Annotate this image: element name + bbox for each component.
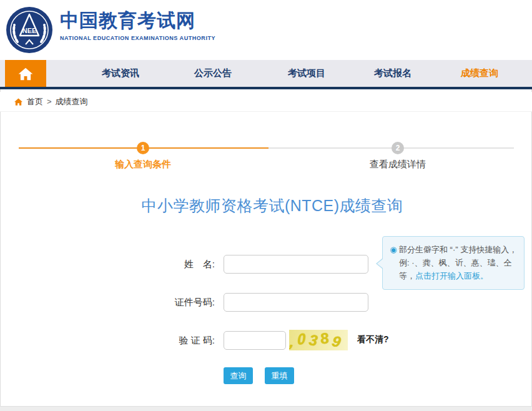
nav-home-button[interactable] [5, 60, 46, 87]
captcha-refresh-link[interactable]: 看不清? [357, 334, 389, 345]
nav-item-exam-programs[interactable]: 考试项目 [288, 60, 325, 87]
query-button[interactable]: 查询 [224, 367, 253, 384]
home-icon [17, 66, 34, 81]
captcha-label: 验 证 码: [159, 331, 215, 350]
site-subtitle: NATIONAL EDUCATION EXAMINATIONS AUTHORIT… [60, 35, 215, 41]
captcha-image[interactable]: , 0 3 8 9 [289, 330, 348, 350]
neea-emblem-icon: NEE [5, 6, 54, 54]
nav-item-score-query[interactable]: 成绩查询 [461, 60, 498, 87]
neea-logo[interactable]: NEE [5, 6, 54, 54]
step1-label: 输入查询条件 [115, 159, 171, 171]
step2-circle: 2 [392, 142, 404, 154]
captcha-digit: 0 [297, 330, 306, 349]
open-input-panel-link[interactable]: 点击打开输入面板。 [415, 271, 488, 280]
id-number-input[interactable] [224, 293, 368, 312]
site-title: 中国教育考试网 [60, 10, 215, 31]
breadcrumb-separator: > [47, 97, 52, 106]
breadcrumb-home-link[interactable]: 首页 [27, 96, 43, 107]
breadcrumb-current: 成绩查询 [56, 96, 88, 107]
breadcrumb: 首页 > 成绩查询 [0, 92, 532, 112]
id-number-label: 证件号码: [159, 293, 215, 312]
site-header: NEE 中国教育考试网 NATIONAL EDUCATION EXAMINATI… [0, 0, 532, 60]
nav-item-exam-registration[interactable]: 考试报名 [374, 60, 411, 87]
site-brand[interactable]: 中国教育考试网 NATIONAL EDUCATION EXAMINATIONS … [60, 10, 215, 41]
breadcrumb-home-icon [14, 97, 23, 106]
step2-label: 查看成绩详情 [370, 159, 426, 171]
main-nav: 考试资讯 公示公告 考试项目 考试报名 成绩查询 [0, 60, 532, 89]
step1-circle: 1 [137, 142, 149, 154]
captcha-digit: 8 [318, 330, 330, 347]
captcha-digit: 3 [308, 331, 318, 350]
footer-strip [0, 406, 532, 411]
page-title: 中小学教师资格考试(NTCE)成绩查询 [0, 196, 532, 216]
score-query-page: NEE 中国教育考试网 NATIONAL EDUCATION EXAMINATI… [0, 0, 532, 411]
nav-item-exam-news[interactable]: 考试资讯 [102, 60, 139, 87]
nav-item-public-notice[interactable]: 公示公告 [194, 60, 232, 87]
rare-character-tooltip: ◉ 部分生僻字和 “·” 支持快捷输入，例: ·、龚、枫、䜣、惪、璶、仝等，点击… [382, 236, 525, 290]
reset-button[interactable]: 重填 [265, 367, 294, 384]
captcha-digit: 9 [330, 332, 342, 350]
name-label: 姓 名: [159, 255, 215, 274]
progress-steps: 1 2 输入查询条件 查看成绩详情 [0, 125, 532, 175]
svg-text:NEE: NEE [22, 27, 37, 34]
name-input[interactable] [224, 255, 368, 274]
tooltip-text: 部分生僻字和 “·” 支持快捷输入，例: ·、龚、枫、䜣、惪、璶、仝等，点击打开… [399, 243, 518, 282]
radio-bullet-icon: ◉ [388, 243, 399, 282]
captcha-noise: , [289, 334, 297, 350]
captcha-input[interactable] [224, 331, 286, 350]
